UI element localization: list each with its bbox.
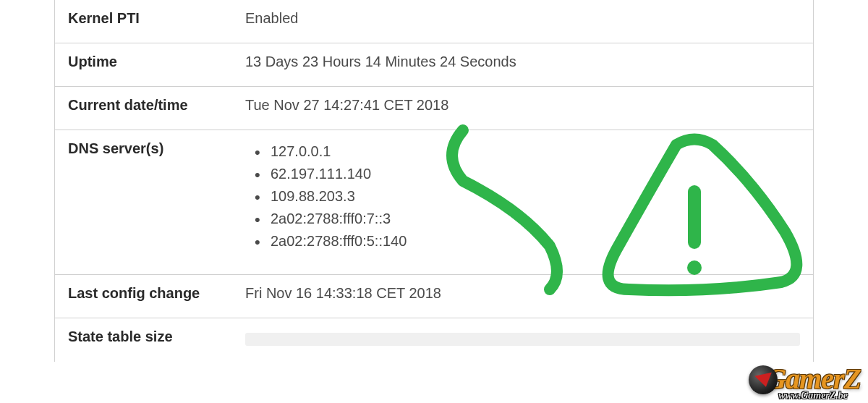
state-table-progress — [245, 333, 800, 346]
row-uptime: Uptime 13 Days 23 Hours 14 Minutes 24 Se… — [54, 43, 814, 87]
watermark: GamerZ www.GamerZ.be — [765, 362, 861, 402]
value-dns-servers: 127.0.0.1 62.197.111.140 109.88.203.3 2a… — [232, 130, 813, 274]
value-last-config-change: Fri Nov 16 14:33:18 CET 2018 — [232, 275, 813, 318]
row-current-datetime: Current date/time Tue Nov 27 14:27:41 CE… — [54, 87, 814, 130]
row-kernel-pti: Kernel PTI Enabled — [54, 0, 814, 43]
dns-item: 2a02:2788:fff0:7::3 — [271, 208, 407, 230]
value-current-datetime: Tue Nov 27 14:27:41 CET 2018 — [232, 87, 813, 130]
label-dns-servers: DNS server(s) — [55, 130, 232, 274]
row-state-table-size: State table size — [54, 318, 814, 362]
dns-item: 2a02:2788:fff0:5::140 — [271, 230, 407, 253]
value-kernel-pti: Enabled — [232, 0, 813, 43]
system-info-table: Kernel PTI Enabled Uptime 13 Days 23 Hou… — [0, 0, 868, 362]
label-current-datetime: Current date/time — [55, 87, 232, 130]
value-uptime: 13 Days 23 Hours 14 Minutes 24 Seconds — [232, 43, 813, 86]
dns-item: 127.0.0.1 — [271, 140, 407, 163]
label-last-config-change: Last config change — [55, 275, 232, 318]
dns-item: 62.197.111.140 — [271, 163, 407, 185]
row-last-config-change: Last config change Fri Nov 16 14:33:18 C… — [54, 275, 814, 318]
watermark-logo-icon — [749, 365, 778, 394]
label-state-table-size: State table size — [55, 318, 232, 362]
dns-list: 127.0.0.1 62.197.111.140 109.88.203.3 2a… — [245, 140, 407, 253]
label-kernel-pti: Kernel PTI — [55, 0, 232, 43]
watermark-url: www.GamerZ.be — [765, 390, 861, 402]
row-dns-servers: DNS server(s) 127.0.0.1 62.197.111.140 1… — [54, 130, 814, 275]
label-uptime: Uptime — [55, 43, 232, 86]
value-state-table-size — [232, 318, 813, 362]
dns-item: 109.88.203.3 — [271, 185, 407, 208]
